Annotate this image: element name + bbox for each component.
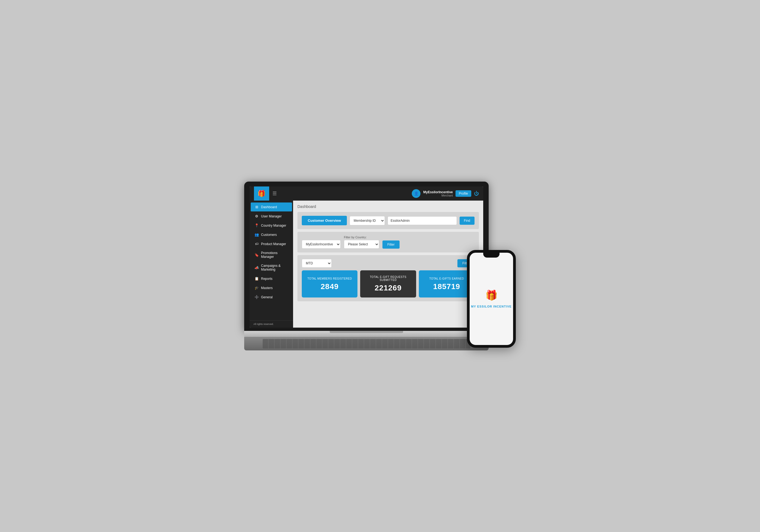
search-input[interactable] xyxy=(388,216,457,225)
app-body: ⊞Dashboard⚙User Manager📍Country Manager👥… xyxy=(250,200,483,328)
filter-button[interactable]: Filter xyxy=(382,241,400,248)
sidebar-icon-masters: 🎓 xyxy=(255,286,259,290)
customer-overview-row: Customer Overview Membership IDCustomer … xyxy=(302,216,475,225)
tenant-select[interactable]: MyEssilorIncentive xyxy=(302,240,341,248)
sidebar-label-country-manager: Country Manager xyxy=(261,224,286,228)
stat-label-total-egifts-earned: TOTAL E-GIFTS EARNED xyxy=(429,277,464,280)
phone-screen-content: 🎁 MY ESSILOR INCENTIVE xyxy=(471,289,511,308)
header-right: 👤 MyEssilorIncentive Merchant Profile ⏻ xyxy=(412,189,479,198)
hamburger-icon[interactable]: ☰ xyxy=(272,191,277,197)
main-content: Dashboard Customer Overview Membership I… xyxy=(293,200,483,328)
sidebar-icon-user-manager: ⚙ xyxy=(255,214,259,218)
country-filter-group: Filter by Country: Please SelectMalaysia… xyxy=(344,236,379,248)
sidebar: ⊞Dashboard⚙User Manager📍Country Manager👥… xyxy=(250,200,293,328)
sidebar-icon-promotions-manager: 🔖 xyxy=(255,253,259,257)
sidebar-label-user-manager: User Manager xyxy=(261,214,282,218)
app-header: 🎁 ☰ 👤 MyEssilorIncentive Merchant xyxy=(250,187,483,200)
stat-label-total-egift-requests: TOTAL E-GIFT REQUESTS SUBMITTED xyxy=(363,276,412,282)
logo-icon: 🎁 xyxy=(258,190,266,197)
sidebar-item-general[interactable]: ➕General xyxy=(251,292,292,301)
stat-value-total-members: 2849 xyxy=(321,282,339,291)
profile-button[interactable]: Profile xyxy=(455,190,471,197)
avatar: 👤 xyxy=(412,189,420,198)
stats-section: MTDYTDLast MonthLast Year Filter TOTAL M… xyxy=(298,255,479,301)
stats-controls-row: MTDYTDLast MonthLast Year Filter xyxy=(302,259,475,268)
stat-label-total-members: TOTAL MEMBERS REGISTERED xyxy=(308,277,352,280)
phone-notch xyxy=(483,253,499,258)
sidebar-item-customers[interactable]: 👥Customers xyxy=(251,230,292,239)
laptop-screen: 🎁 ☰ 👤 MyEssilorIncentive Merchant xyxy=(250,187,483,328)
header-left: 🎁 ☰ xyxy=(254,187,277,200)
user-info: MyEssilorIncentive Merchant xyxy=(423,190,453,197)
sidebar-label-dashboard: Dashboard xyxy=(261,205,277,209)
scene: 🎁 ☰ 👤 MyEssilorIncentive Merchant xyxy=(244,182,516,350)
sidebar-icon-customers: 👥 xyxy=(255,233,259,237)
membership-select[interactable]: Membership IDCustomer NameEmail xyxy=(350,216,385,225)
sidebar-icon-general: ➕ xyxy=(255,295,259,299)
logo-box: 🎁 xyxy=(254,187,269,200)
sidebar-icon-dashboard: ⊞ xyxy=(255,205,259,209)
sidebar-item-reports[interactable]: 📋Reports xyxy=(251,274,292,283)
sidebar-label-promotions-manager: Promotions Manager xyxy=(261,251,288,259)
sidebar-label-product-manager: Product Manager xyxy=(261,242,286,246)
phone: 🎁 MY ESSILOR INCENTIVE xyxy=(467,250,516,348)
filter-section: MyEssilorIncentive Filter by Country: Pl… xyxy=(298,232,479,252)
sidebar-icon-country-manager: 📍 xyxy=(255,223,259,228)
sidebar-label-masters: Masters xyxy=(261,286,273,290)
stat-card-total-egifts-earned: TOTAL E-GIFTS EARNED 185719 xyxy=(419,270,475,297)
stat-card-total-egift-requests: TOTAL E-GIFT REQUESTS SUBMITTED 221269 xyxy=(360,270,416,297)
app-container: 🎁 ☰ 👤 MyEssilorIncentive Merchant xyxy=(250,187,483,328)
customer-overview-section: Customer Overview Membership IDCustomer … xyxy=(298,212,479,229)
sidebar-footer: All rights reserved. xyxy=(250,320,293,328)
sidebar-label-campaigns-marketing: Campaigns & Marketing xyxy=(261,264,288,271)
laptop-base xyxy=(244,331,489,337)
sidebar-item-masters[interactable]: 🎓Masters xyxy=(251,284,292,292)
sidebar-icon-product-manager: 🏷 xyxy=(255,242,259,246)
username-label: MyEssilorIncentive xyxy=(423,190,453,194)
phone-app-name: MY ESSILOR INCENTIVE xyxy=(471,305,511,308)
filter-country-label: Filter by Country: xyxy=(344,236,379,239)
phone-body: 🎁 MY ESSILOR INCENTIVE xyxy=(467,250,516,348)
sidebar-item-product-manager[interactable]: 🏷Product Manager xyxy=(251,240,292,248)
sidebar-item-country-manager[interactable]: 📍Country Manager xyxy=(251,221,292,230)
page-title: Dashboard xyxy=(298,204,479,209)
sidebar-label-reports: Reports xyxy=(261,277,272,281)
phone-logo-icon: 🎁 xyxy=(485,289,498,301)
period-select[interactable]: MTDYTDLast MonthLast Year xyxy=(302,259,332,268)
stat-card-total-members: TOTAL MEMBERS REGISTERED 2849 xyxy=(302,270,357,297)
customer-overview-button[interactable]: Customer Overview xyxy=(302,216,347,225)
sidebar-nav: ⊞Dashboard⚙User Manager📍Country Manager👥… xyxy=(250,200,293,320)
keyboard-inner xyxy=(263,339,470,348)
stat-value-total-egifts-earned: 185719 xyxy=(433,282,460,291)
sidebar-item-campaigns-marketing[interactable]: 📣Campaigns & Marketing xyxy=(251,261,292,274)
stats-cards: TOTAL MEMBERS REGISTERED 2849 TOTAL E-GI… xyxy=(302,270,475,297)
avatar-icon: 👤 xyxy=(414,191,419,196)
sidebar-icon-campaigns-marketing: 📣 xyxy=(255,266,259,270)
laptop: 🎁 ☰ 👤 MyEssilorIncentive Merchant xyxy=(244,182,489,350)
role-label: Merchant xyxy=(423,194,453,197)
sidebar-label-general: General xyxy=(261,295,273,299)
laptop-bezel: 🎁 ☰ 👤 MyEssilorIncentive Merchant xyxy=(244,182,489,331)
country-select[interactable]: Please SelectMalaysiaSingaporeThailand xyxy=(344,240,379,248)
sidebar-item-dashboard[interactable]: ⊞Dashboard xyxy=(251,202,292,211)
sidebar-label-customers: Customers xyxy=(261,233,277,237)
sidebar-item-promotions-manager[interactable]: 🔖Promotions Manager xyxy=(251,248,292,261)
stat-value-total-egift-requests: 221269 xyxy=(375,284,402,292)
laptop-keyboard xyxy=(244,337,489,350)
filter-row: MyEssilorIncentive Filter by Country: Pl… xyxy=(302,236,475,248)
sidebar-icon-reports: 📋 xyxy=(255,277,259,281)
power-button[interactable]: ⏻ xyxy=(474,191,479,197)
find-button[interactable]: Find xyxy=(459,217,475,225)
sidebar-item-user-manager[interactable]: ⚙User Manager xyxy=(251,212,292,221)
